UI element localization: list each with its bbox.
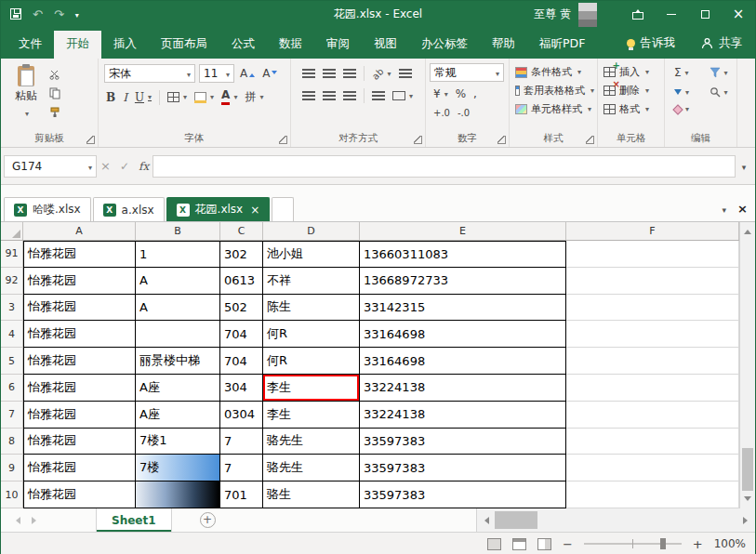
cell-F92[interactable] xyxy=(566,268,739,295)
horizontal-scroll-thumb[interactable] xyxy=(495,511,537,529)
cell-C5[interactable]: 704 xyxy=(220,348,263,375)
align-left-button[interactable] xyxy=(300,90,317,101)
cell-B91[interactable]: 1 xyxy=(136,241,220,268)
cell-A91[interactable]: 怡雅花园 xyxy=(23,241,136,268)
cell-E10[interactable]: 33597383 xyxy=(360,481,566,508)
cell-E5[interactable]: 33164698 xyxy=(360,348,566,375)
cell-E6[interactable]: 33224138 xyxy=(360,375,566,402)
ribbon-tab-公式[interactable]: 公式 xyxy=(219,31,267,59)
row-header-6[interactable]: 6 xyxy=(1,375,23,402)
paste-button[interactable]: 粘贴 xyxy=(5,63,47,132)
cell-styles-button[interactable]: 单元格样式 xyxy=(515,102,594,116)
cell-B9[interactable]: 7楼 xyxy=(136,455,220,481)
clipboard-dialog-launcher[interactable] xyxy=(86,136,95,144)
cell-A6[interactable]: 怡雅花园 xyxy=(23,375,136,402)
cancel-icon[interactable] xyxy=(100,159,111,173)
cell-A8[interactable]: 怡雅花园 xyxy=(23,429,136,455)
clear-button[interactable] xyxy=(672,104,698,114)
cell-D7[interactable]: 李生 xyxy=(263,402,360,429)
zoom-slider[interactable] xyxy=(584,543,682,545)
cell-F9[interactable] xyxy=(566,455,739,481)
cell-D9[interactable]: 骆先生 xyxy=(263,455,360,481)
merge-center-button[interactable] xyxy=(391,90,415,101)
redo-icon[interactable] xyxy=(54,7,64,21)
cell-D8[interactable]: 骆先生 xyxy=(263,429,360,455)
next-sheet-icon[interactable] xyxy=(32,517,40,524)
cell-F91[interactable] xyxy=(566,241,739,268)
font-color-button[interactable]: A xyxy=(219,88,239,105)
scroll-right-button[interactable] xyxy=(739,517,755,524)
formula-input[interactable] xyxy=(153,155,736,178)
cell-F8[interactable] xyxy=(566,429,739,455)
cell-B3[interactable]: A xyxy=(136,295,220,322)
share-button[interactable]: 共享 xyxy=(688,27,755,59)
vertical-scroll-track[interactable] xyxy=(740,238,755,493)
alignment-dialog-launcher[interactable] xyxy=(414,136,422,144)
col-header-A[interactable]: A xyxy=(23,222,136,240)
sheet-tab-sheet1[interactable]: Sheet1 xyxy=(96,508,172,532)
save-icon[interactable] xyxy=(10,8,21,20)
undo-icon[interactable] xyxy=(33,7,43,21)
cell-A9[interactable]: 怡雅花园 xyxy=(23,455,136,481)
row-header-8[interactable]: 8 xyxy=(1,429,23,455)
delete-cells-button[interactable]: 删除 xyxy=(603,84,661,98)
cell-E91[interactable]: 13660311083 xyxy=(360,241,566,268)
ribbon-tab-插入[interactable]: 插入 xyxy=(101,31,149,59)
copy-button[interactable] xyxy=(47,86,63,100)
cell-C6[interactable]: 304 xyxy=(220,375,263,402)
cell-A3[interactable]: 怡雅花园 xyxy=(23,295,136,322)
normal-view-button[interactable] xyxy=(487,538,501,550)
accounting-format-button[interactable]: ¥ xyxy=(431,86,450,101)
phonetic-button[interactable]: 拼 xyxy=(243,88,265,106)
horizontal-scrollbar[interactable] xyxy=(476,508,755,532)
horizontal-scroll-track[interactable] xyxy=(493,508,739,532)
cell-C10[interactable]: 701 xyxy=(220,481,263,508)
ribbon-tab-办公标签[interactable]: 办公标签 xyxy=(409,31,480,59)
document-tab-a.xlsx[interactable]: a.xlsx xyxy=(93,197,165,221)
page-break-view-button[interactable] xyxy=(537,538,551,550)
cell-A10[interactable]: 怡雅花园 xyxy=(23,481,136,508)
row-header-10[interactable]: 10 xyxy=(1,481,23,508)
tell-me-button[interactable]: 告诉我 xyxy=(614,27,689,59)
cell-E3[interactable]: 33142315 xyxy=(360,295,566,322)
zoom-out-button[interactable] xyxy=(563,537,573,551)
ribbon-tab-开始[interactable]: 开始 xyxy=(54,31,101,59)
cell-B10[interactable] xyxy=(136,481,220,508)
cell-F7[interactable] xyxy=(566,402,739,429)
new-document-tab-stub[interactable] xyxy=(272,197,294,221)
document-tab-花园.xlsx[interactable]: 花园.xlsx xyxy=(166,197,271,221)
ribbon-tab-审阅[interactable]: 审阅 xyxy=(314,31,362,59)
row-header-92[interactable]: 92 xyxy=(1,268,23,295)
fill-color-button[interactable] xyxy=(192,91,216,104)
customize-qat-icon[interactable] xyxy=(75,7,79,20)
name-box[interactable]: G174 xyxy=(4,155,97,178)
cell-A7[interactable]: 怡雅花园 xyxy=(23,402,136,429)
cell-C8[interactable]: 7 xyxy=(220,429,263,455)
zoom-in-button[interactable] xyxy=(693,537,703,551)
autosum-button[interactable]: Σ xyxy=(672,65,698,80)
insert-function-button[interactable]: fx xyxy=(139,160,149,173)
increase-font-button[interactable]: A xyxy=(238,66,257,81)
ribbon-tab-视图[interactable]: 视图 xyxy=(362,31,409,59)
ribbon-tab-文件[interactable]: 文件 xyxy=(7,31,54,59)
col-header-F[interactable]: F xyxy=(566,222,739,240)
scroll-down-button[interactable] xyxy=(740,493,755,508)
comma-style-button[interactable]: , xyxy=(471,86,479,101)
cell-C9[interactable]: 7 xyxy=(220,455,263,481)
zoom-level[interactable]: 100% xyxy=(714,537,746,550)
cell-E9[interactable]: 33597383 xyxy=(360,455,566,481)
cell-E7[interactable]: 33224138 xyxy=(360,402,566,429)
percent-style-button[interactable]: % xyxy=(454,86,468,101)
number-dialog-launcher[interactable] xyxy=(497,136,506,144)
close-tab-icon[interactable] xyxy=(250,204,259,217)
cell-C92[interactable]: 0613 xyxy=(220,268,263,295)
align-top-button[interactable] xyxy=(300,68,317,79)
cell-F3[interactable] xyxy=(566,295,739,322)
row-header-3[interactable]: 3 xyxy=(1,295,23,322)
wrap-text-button[interactable] xyxy=(397,68,414,79)
cut-button[interactable] xyxy=(47,69,63,81)
align-right-button[interactable] xyxy=(341,90,358,101)
cell-C7[interactable]: 0304 xyxy=(220,402,263,429)
ribbon-tab-页面布局[interactable]: 页面布局 xyxy=(149,31,219,59)
cell-F6[interactable] xyxy=(566,375,739,402)
